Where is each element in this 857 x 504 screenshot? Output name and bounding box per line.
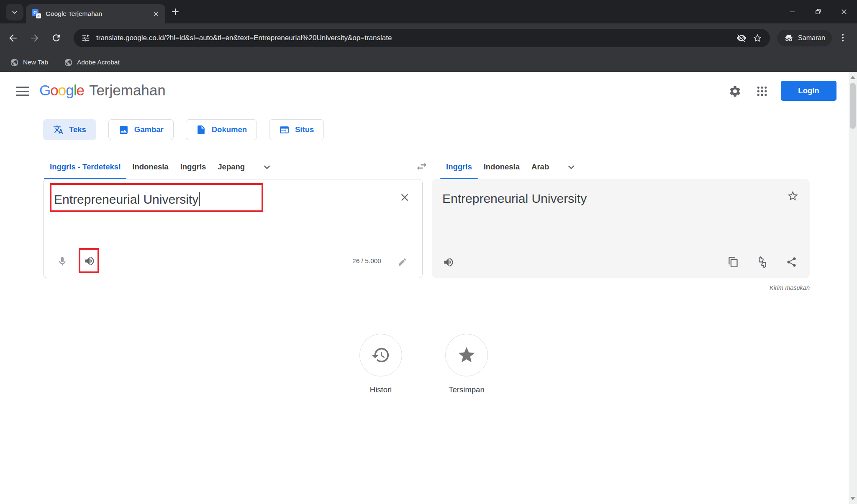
tab-search-button[interactable] (6, 4, 23, 20)
source-lang-tab-detected[interactable]: Inggris - Terdeteksi (44, 155, 126, 179)
browser-window: G a Google Terjemahan (0, 0, 857, 504)
target-lang-tab-indonesia[interactable]: Indonesia (478, 155, 526, 179)
mode-label: Situs (295, 125, 314, 134)
profile-chip-label: Samaran (798, 34, 825, 42)
lang-tab-label: Indonesia (484, 162, 520, 171)
scroll-up-icon[interactable] (850, 76, 855, 79)
browser-tab[interactable]: G a Google Terjemahan (26, 4, 165, 23)
lang-tab-label: Inggris (180, 162, 206, 171)
source-language-tabs: Inggris - Terdeteksi Indonesia Inggris J… (44, 155, 277, 179)
star-filled-icon (457, 345, 476, 365)
mode-teks-button[interactable]: Teks (43, 119, 96, 140)
microphone-icon[interactable] (57, 256, 68, 267)
bookmarks-bar: New Tab Adobe Acrobat (0, 53, 857, 72)
browser-toolbar: translate.google.co.id/?hl=id&sl=auto&tl… (0, 23, 857, 53)
incognito-profile-chip[interactable]: Samaran (777, 30, 832, 46)
eye-blocked-icon[interactable] (736, 33, 747, 43)
minimize-button[interactable] (779, 0, 805, 23)
google-translate-logo[interactable]: Google Terjemahan (39, 82, 166, 99)
settings-gear-icon[interactable] (729, 85, 742, 98)
forward-button[interactable] (29, 33, 40, 43)
image-icon (118, 125, 129, 135)
swap-languages-icon[interactable] (416, 160, 428, 173)
tab-title: Google Terjemahan (46, 10, 148, 18)
incognito-icon (784, 33, 794, 43)
page-scrollbar[interactable] (849, 72, 857, 504)
share-translation-icon[interactable] (786, 256, 797, 268)
window-controls (779, 0, 857, 23)
source-lang-tab-jepang[interactable]: Jepang (212, 155, 251, 179)
browser-menu-icon[interactable] (838, 33, 848, 43)
lang-tab-label: Jepang (218, 162, 245, 171)
bookmark-adobe-acrobat[interactable]: Adobe Acrobat (64, 58, 120, 67)
target-language-tabs: Inggris Indonesia Arab (440, 155, 581, 179)
mode-dokumen-button[interactable]: Dokumen (186, 119, 257, 140)
website-icon (279, 125, 290, 135)
document-icon (196, 125, 206, 135)
scrollbar-thumb[interactable] (850, 83, 856, 129)
text-translate-icon (53, 125, 64, 135)
translate-favicon-icon: G a (32, 9, 41, 18)
url-bar[interactable]: translate.google.co.id/?hl=id&sl=auto&tl… (74, 29, 770, 47)
reload-button[interactable] (51, 33, 62, 43)
tab-strip: G a Google Terjemahan (0, 0, 857, 23)
history-shortcut[interactable]: Histori (347, 334, 414, 394)
shortcut-label: Histori (347, 385, 414, 394)
mode-situs-button[interactable]: Situs (269, 119, 324, 140)
mode-label: Dokumen (212, 125, 247, 134)
copy-translation-icon[interactable] (728, 256, 739, 268)
bookmark-star-icon[interactable] (752, 33, 762, 43)
google-apps-grid-icon[interactable] (756, 85, 768, 97)
bookmark-label: Adobe Acrobat (77, 59, 120, 66)
back-button[interactable] (8, 33, 18, 43)
scroll-down-icon[interactable] (850, 497, 855, 500)
site-header: Google Terjemahan Login (0, 72, 849, 111)
lang-tab-label: Inggris - Terdeteksi (50, 162, 121, 171)
clear-text-icon[interactable] (399, 192, 411, 203)
save-translation-star-icon[interactable] (787, 190, 799, 202)
login-button[interactable]: Login (781, 81, 836, 101)
globe-icon (64, 58, 73, 67)
rate-translation-icon[interactable] (757, 256, 768, 268)
translated-text: Entrepreneurial University (442, 192, 587, 206)
source-text[interactable]: Entrepreneurial University (54, 192, 200, 207)
globe-icon (10, 58, 19, 67)
mode-label: Teks (69, 125, 86, 134)
new-tab-button[interactable] (170, 6, 181, 17)
source-lang-tab-inggris[interactable]: Inggris (174, 155, 212, 179)
bookmark-new-tab[interactable]: New Tab (10, 58, 48, 67)
language-bar: Inggris - Terdeteksi Indonesia Inggris J… (0, 155, 849, 179)
translation-actions (728, 256, 797, 268)
main-menu-icon[interactable] (16, 86, 29, 97)
send-feedback-link[interactable]: Kirim masukan (432, 284, 810, 291)
character-count: 26 / 5.000 (352, 257, 381, 265)
product-name: Terjemahan (89, 82, 166, 99)
source-lang-tab-indonesia[interactable]: Indonesia (126, 155, 174, 179)
listen-translation-icon[interactable] (443, 256, 454, 268)
history-icon (371, 345, 390, 365)
tab-close-icon[interactable] (152, 10, 159, 18)
mode-label: Gambar (134, 125, 164, 134)
close-window-button[interactable] (831, 0, 857, 23)
more-source-languages-icon[interactable] (257, 155, 277, 179)
translation-panel: Entrepreneurial University (432, 179, 810, 278)
handwriting-icon[interactable] (398, 257, 407, 267)
saved-shortcut[interactable]: Tersimpan (433, 334, 500, 394)
restore-button[interactable] (805, 0, 831, 23)
site-info-icon[interactable] (81, 33, 90, 43)
lang-tab-label: Arab (531, 162, 549, 171)
more-target-languages-icon[interactable] (562, 155, 581, 179)
listen-source-icon[interactable] (84, 255, 95, 267)
target-lang-tab-inggris[interactable]: Inggris (440, 155, 478, 179)
chevron-down-icon (10, 8, 19, 16)
translate-page: Google Terjemahan Login Teks (0, 72, 857, 504)
text-caret (199, 192, 200, 206)
bookmark-label: New Tab (23, 59, 48, 66)
source-text-panel[interactable]: Entrepreneurial University 26 / 5.000 (43, 179, 423, 278)
target-lang-tab-arab[interactable]: Arab (526, 155, 555, 179)
lang-tab-label: Inggris (446, 162, 472, 171)
mode-gambar-button[interactable]: Gambar (108, 119, 174, 140)
shortcut-label: Tersimpan (433, 385, 500, 394)
lang-tab-label: Indonesia (132, 162, 168, 171)
translate-mode-row: Teks Gambar Dokumen Situs (43, 119, 324, 140)
